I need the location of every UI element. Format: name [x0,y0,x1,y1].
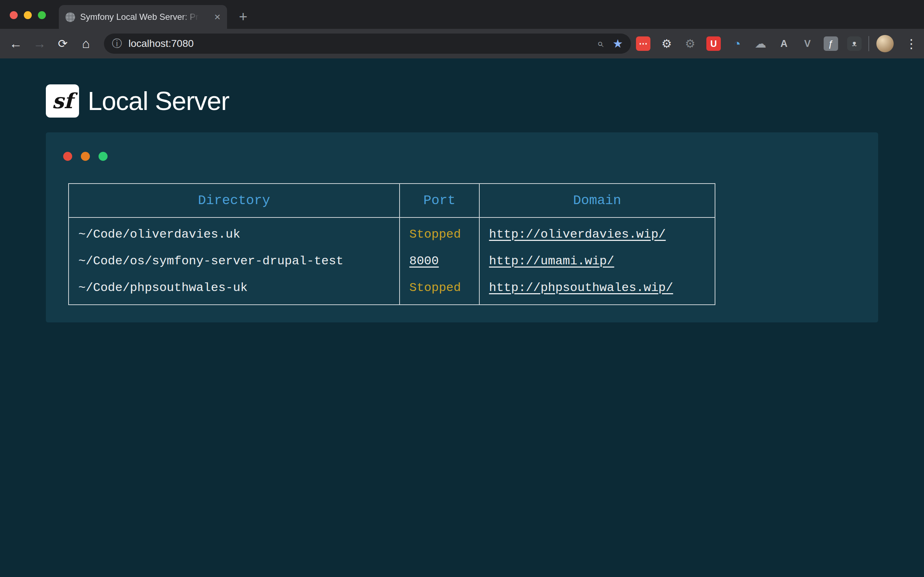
tab-title: Symfony Local Web Server: Prox [80,12,199,22]
table-header-row: Directory Port Domain [69,184,715,218]
column-header-directory: Directory [69,184,399,218]
bookmark-star-icon[interactable]: ★ [612,37,623,50]
dark-gear-extension-icon[interactable]: ⚙ [683,36,697,51]
tab-favicon-globe-icon [65,12,75,22]
domain-link[interactable]: http://phpsouthwales.wip/ [489,281,673,295]
ublock-origin-extension-icon[interactable]: U [706,36,721,51]
extensions-row: ⋯ ⚙ ⚙ U ◔ ☁ A V ƒ ᴥ [636,29,861,58]
cloud-extension-icon[interactable]: ☁ [753,36,768,51]
url-text[interactable]: localhost:7080 [129,38,597,49]
back-button[interactable]: ← [6,29,26,58]
forward-button[interactable]: → [30,29,50,58]
card-orange-dot-icon [81,152,90,161]
page-title: Local Server [88,84,229,118]
red-menu-extension-icon[interactable]: ⋯ [636,36,650,51]
macos-minimize-button[interactable] [24,11,32,19]
domain-link[interactable]: http://umami.wip/ [489,254,614,268]
directory-cell: ~/Code/os/symfony-server-drupal-test [69,248,399,274]
tab-close-icon[interactable]: × [214,11,221,23]
column-header-port: Port [399,184,479,218]
toolbar-separator [868,36,869,51]
directory-cell: ~/Code/phpsouthwales-uk [69,274,399,305]
reload-button[interactable]: ⟳ [53,29,73,58]
port-status-stopped: Stopped [409,227,461,241]
tab-strip: Symfony Local Web Server: Prox × + [0,0,924,29]
address-bar[interactable]: ⓘ localhost:7080 ⌕ ★ [104,34,631,54]
browser-tab[interactable]: Symfony Local Web Server: Prox × [59,5,227,29]
domain-link[interactable]: http://oliverdavies.wip/ [489,227,666,241]
home-button[interactable]: ⌂ [76,29,96,58]
v-shape-extension-icon[interactable]: V [800,36,815,51]
directory-cell: ~/Code/oliverdavies.uk [69,218,399,248]
light-gear-extension-icon[interactable]: ⚙ [659,36,674,51]
symfony-logo: sf [46,84,79,118]
macos-close-button[interactable] [10,11,18,19]
page-info-icon[interactable]: ⓘ [112,37,122,50]
server-card: Directory Port Domain ~/Code/oliverdavie… [46,132,878,322]
card-green-dot-icon [99,152,108,161]
table-row: ~/Code/os/symfony-server-drupal-test 800… [69,248,715,274]
card-red-dot-icon [63,152,72,161]
table-row: ~/Code/phpsouthwales-uk Stopped http://p… [69,274,715,305]
letter-a-extension-icon[interactable]: A [777,36,791,51]
browser-menu-icon[interactable]: ⋮ [905,29,918,58]
page-content: sf Local Server Directory Port Domain ~/… [0,58,924,577]
zoom-level-icon[interactable]: ⌕ [593,40,607,47]
blue-disc-extension-icon[interactable]: ◔ [730,36,744,51]
port-status-stopped: Stopped [409,281,461,295]
new-tab-button[interactable]: + [239,8,247,25]
macos-zoom-button[interactable] [38,11,46,19]
column-header-domain: Domain [479,184,715,218]
profile-avatar[interactable] [876,35,894,52]
browser-window: Symfony Local Web Server: Prox × + ← → ⟳… [0,0,924,577]
port-link[interactable]: 8000 [409,254,439,268]
table-row: ~/Code/oliverdavies.uk Stopped http://ol… [69,218,715,248]
servers-table: Directory Port Domain ~/Code/oliverdavie… [68,183,716,305]
dark-cat-extension-icon[interactable]: ᴥ [847,36,861,51]
framed-extension-icon[interactable]: ƒ [824,36,838,51]
